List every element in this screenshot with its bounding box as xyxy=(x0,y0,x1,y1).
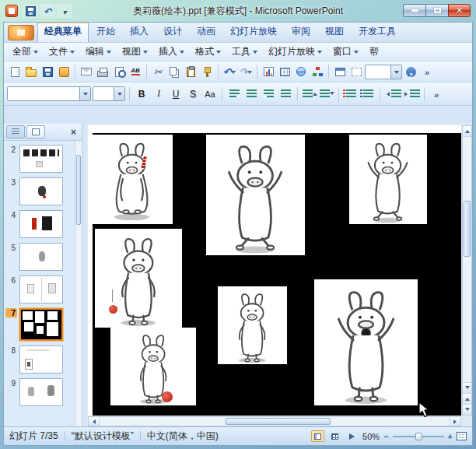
tab-view[interactable]: 视图 xyxy=(318,22,351,42)
panel-close-button[interactable]: × xyxy=(68,126,79,138)
slide-thumbnail[interactable] xyxy=(19,308,63,341)
horizontal-scrollbar[interactable] xyxy=(88,416,461,426)
line-spacing-increase-button[interactable] xyxy=(302,86,317,102)
menu-help[interactable]: 帮 xyxy=(364,43,384,61)
text-shadow-button[interactable]: S xyxy=(185,86,201,102)
zoom-combo[interactable] xyxy=(365,65,402,79)
menu-slide-show[interactable]: 幻灯片放映 xyxy=(263,43,327,61)
scroll-left-button[interactable] xyxy=(89,417,100,426)
align-right-button[interactable] xyxy=(261,86,276,102)
mail-button[interactable] xyxy=(79,64,94,79)
menu-format[interactable]: 格式 xyxy=(190,43,226,61)
new-document-button[interactable] xyxy=(7,64,23,79)
tab-animations[interactable]: 动画 xyxy=(190,22,222,42)
show-grid-button[interactable] xyxy=(348,64,364,79)
menu-insert[interactable]: 插入 xyxy=(153,43,190,61)
qat-customize-button[interactable] xyxy=(57,4,72,18)
slide-show-button[interactable] xyxy=(345,430,359,442)
zoom-in-button[interactable]: + xyxy=(448,432,453,441)
previous-slide-button[interactable] xyxy=(463,393,471,404)
redo-button[interactable] xyxy=(238,64,254,79)
bold-button[interactable]: B xyxy=(134,86,149,102)
panel-scrollbar-thumb[interactable] xyxy=(76,155,81,225)
maximize-button[interactable] xyxy=(425,4,448,17)
menu-file[interactable]: 文件 xyxy=(44,43,80,61)
menu-all[interactable]: 全部 xyxy=(7,43,44,61)
slide-thumbnail[interactable] xyxy=(19,275,63,303)
font-name-combo[interactable] xyxy=(7,86,91,101)
underline-button[interactable]: U xyxy=(168,86,184,102)
copy-button[interactable] xyxy=(166,64,182,79)
tab-home[interactable]: 开始 xyxy=(89,22,122,42)
format-painter-button[interactable] xyxy=(199,64,215,79)
change-case-button[interactable]: Aa xyxy=(202,86,218,102)
normal-view-button[interactable] xyxy=(311,430,324,442)
slide-thumbnail[interactable] xyxy=(19,145,63,173)
panel-scrollbar[interactable] xyxy=(75,141,82,426)
vertical-scrollbar[interactable] xyxy=(462,125,472,416)
increase-indent-button[interactable] xyxy=(403,86,420,102)
tab-design[interactable]: 设计 xyxy=(156,22,189,42)
zoom-out-button[interactable]: − xyxy=(383,432,388,441)
scroll-down-button[interactable] xyxy=(463,382,471,393)
office-button[interactable] xyxy=(8,25,34,40)
decrease-indent-button[interactable] xyxy=(384,86,401,102)
tab-review[interactable]: 审阅 xyxy=(285,22,317,42)
scroll-up-button[interactable] xyxy=(463,126,471,137)
numbering-button[interactable] xyxy=(343,86,359,102)
outline-tab[interactable] xyxy=(6,125,25,139)
tab-developer[interactable]: 开发工具 xyxy=(352,22,403,42)
font-size-combo[interactable] xyxy=(93,86,125,101)
tab-insert[interactable]: 插入 xyxy=(123,22,156,42)
horizontal-scroll-track[interactable] xyxy=(100,417,450,426)
zoom-slider-thumb[interactable] xyxy=(415,433,422,440)
slide-sorter-view-button[interactable] xyxy=(328,430,341,442)
slide-thumbnail[interactable] xyxy=(19,346,63,374)
align-left-button[interactable] xyxy=(226,86,242,102)
more-buttons-button[interactable] xyxy=(419,64,435,79)
slide-thumbnail[interactable] xyxy=(19,210,63,238)
insert-diagram-button[interactable] xyxy=(310,64,325,79)
justify-button[interactable] xyxy=(278,86,293,102)
horizontal-scroll-thumb[interactable] xyxy=(226,418,331,425)
line-spacing-decrease-button[interactable] xyxy=(319,86,334,102)
close-button[interactable]: ✕ xyxy=(448,4,471,17)
new-window-button[interactable] xyxy=(332,64,348,79)
menu-edit[interactable]: 编辑 xyxy=(80,43,117,61)
insert-hyperlink-button[interactable] xyxy=(293,64,309,79)
minimize-button[interactable] xyxy=(403,4,425,17)
font-name-dropdown[interactable] xyxy=(79,87,90,100)
slide-image-pig-shouting[interactable] xyxy=(314,279,418,405)
vertical-scroll-thumb[interactable] xyxy=(464,201,471,257)
font-size-dropdown[interactable] xyxy=(114,87,124,100)
language-indicator[interactable]: 中文(简体，中国) xyxy=(147,430,219,443)
slides-tab[interactable] xyxy=(26,125,45,139)
zoom-combo-dropdown[interactable] xyxy=(390,65,401,79)
menu-view[interactable]: 视图 xyxy=(117,43,153,61)
slide-thumbnail[interactable] xyxy=(19,243,63,271)
powerpoint-app-icon[interactable] xyxy=(5,5,18,17)
slide-image-pig-arms-raised[interactable] xyxy=(349,135,427,224)
slide-canvas[interactable] xyxy=(88,125,461,416)
more-buttons-button[interactable] xyxy=(429,86,444,102)
help-button[interactable] xyxy=(403,64,418,79)
insert-table-button[interactable] xyxy=(277,64,292,79)
tab-slide-show[interactable]: 幻灯片放映 xyxy=(223,22,284,42)
slide-image-pig-strutting[interactable] xyxy=(218,286,287,364)
spelling-button[interactable] xyxy=(128,64,143,79)
scroll-right-button[interactable] xyxy=(450,417,460,426)
slide-thumbnail[interactable] xyxy=(19,177,63,205)
design-template[interactable]: “默认设计模板” xyxy=(72,430,134,443)
fit-slide-to-window-button[interactable] xyxy=(457,432,467,440)
save-button[interactable] xyxy=(40,64,55,79)
slide-thumbnail[interactable] xyxy=(19,378,63,406)
qat-undo-button[interactable] xyxy=(40,4,55,18)
insert-chart-button[interactable] xyxy=(261,64,276,79)
paste-button[interactable] xyxy=(183,64,198,79)
open-button[interactable] xyxy=(23,64,39,79)
slide-image-pig-with-yoyo[interactable] xyxy=(95,229,182,328)
bullets-button[interactable] xyxy=(360,86,376,102)
permission-button[interactable] xyxy=(56,64,72,79)
menu-window[interactable]: 窗口 xyxy=(327,43,364,61)
tab-classic-menu[interactable]: 经典菜单 xyxy=(37,22,89,42)
